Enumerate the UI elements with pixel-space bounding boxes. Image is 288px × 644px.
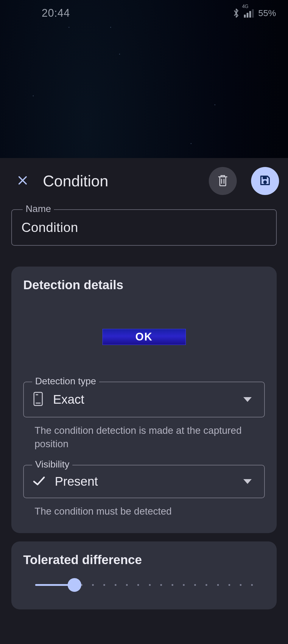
svg-rect-4 [263, 176, 267, 179]
visibility-helper: The condition must be detected [35, 505, 262, 518]
close-icon [17, 174, 29, 188]
preview-image: OK [102, 329, 186, 345]
visibility-value: Present [55, 474, 234, 489]
tolerance-title: Tolerated difference [23, 553, 265, 567]
name-label: Name [23, 203, 54, 214]
svg-rect-0 [244, 15, 246, 18]
condition-sheet: Condition Name [0, 158, 288, 644]
tolerance-slider[interactable] [26, 579, 262, 591]
svg-point-5 [263, 180, 267, 184]
trash-icon [217, 174, 229, 188]
name-field[interactable]: Name Condition [11, 209, 277, 246]
detection-type-helper: The condition detection is made at the c… [35, 424, 262, 451]
tolerance-card: Tolerated difference [11, 541, 277, 609]
toolbar-title: Condition [43, 172, 194, 190]
status-battery: 55% [258, 8, 276, 18]
slider-thumb[interactable] [68, 578, 81, 592]
condition-preview[interactable]: OK [23, 304, 265, 370]
chevron-down-icon [243, 479, 252, 484]
detection-type-select[interactable]: Detection type Exact [23, 382, 265, 417]
check-icon [32, 475, 46, 488]
status-bar: 20:44 4G 55% [0, 0, 288, 26]
4g-signal-icon: 4G [244, 9, 254, 18]
chevron-down-icon [243, 397, 252, 402]
save-icon [259, 174, 272, 188]
preview-text: OK [136, 331, 153, 343]
svg-rect-3 [252, 9, 254, 18]
close-button[interactable] [14, 173, 31, 189]
bluetooth-icon [233, 8, 240, 18]
detection-type-label: Detection type [32, 376, 99, 387]
svg-rect-2 [249, 11, 251, 18]
visibility-label: Visibility [32, 459, 72, 470]
detection-card-title: Detection details [23, 278, 265, 292]
name-value: Condition [21, 220, 267, 235]
delete-button[interactable] [209, 167, 237, 195]
visibility-select[interactable]: Visibility Present [23, 465, 265, 498]
detection-type-value: Exact [53, 392, 234, 407]
svg-rect-1 [247, 13, 248, 18]
device-icon [32, 391, 44, 408]
toolbar: Condition [0, 158, 288, 204]
save-button[interactable] [251, 167, 279, 195]
detection-details-card: Detection details OK Detection type E [11, 267, 277, 533]
status-time: 20:44 [42, 7, 70, 19]
